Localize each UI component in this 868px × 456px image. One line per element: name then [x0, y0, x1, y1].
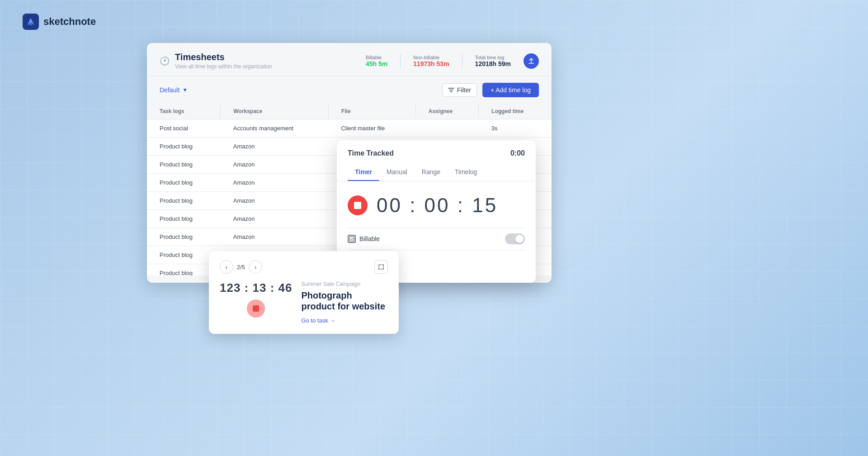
- col-workspace: Workspace: [221, 104, 329, 119]
- panel-title: Timesheets: [175, 52, 272, 62]
- default-dropdown[interactable]: Default ▼: [160, 86, 188, 94]
- nav-controls: ‹ 2/5 ›: [220, 260, 262, 274]
- panel-stats: Billable 45h 5m Non-billable 11973h 53m …: [366, 53, 539, 69]
- col-task-logs: Task logs: [147, 104, 221, 119]
- cell-task: Product blog: [147, 228, 221, 246]
- modal-display-time: 0:00: [510, 149, 525, 157]
- total-label: Total time log: [475, 55, 511, 60]
- default-label: Default: [160, 86, 179, 94]
- billable-toggle[interactable]: [505, 233, 525, 244]
- panel-header: 🕐 Timesheets View all time logs within t…: [147, 43, 552, 76]
- modal-title: Time Tracked: [348, 149, 394, 157]
- stat-total: Total time log 12018h 59m: [475, 55, 511, 67]
- table-header-row: Task logs Workspace File Assignee Logged…: [147, 104, 552, 119]
- stat-non-billable: Non-billable 11973h 53m: [413, 55, 449, 67]
- panel-title-group: Timesheets View all time logs within the…: [175, 52, 272, 70]
- cell-workspace: Amazon: [221, 210, 329, 228]
- task-card-body: 123 : 13 : 46 Summer Sale Campaign Photo…: [220, 281, 388, 324]
- non-billable-label: Non-billable: [413, 55, 449, 60]
- cell-file: Client master file: [328, 119, 415, 138]
- panel-header-left: 🕐 Timesheets View all time logs within t…: [160, 52, 272, 70]
- billable-label: Billable: [366, 55, 387, 60]
- svg-rect-1: [349, 237, 354, 241]
- cell-task: Product blog: [147, 192, 221, 210]
- nav-next-button[interactable]: ›: [249, 260, 262, 274]
- col-logged-time: Logged time: [479, 104, 552, 119]
- stop-timer-button[interactable]: [348, 195, 368, 215]
- task-campaign: Summer Sale Campaign: [301, 281, 388, 287]
- modal-header: Time Tracked 0:00: [337, 140, 536, 157]
- task-card-header: ‹ 2/5 ›: [220, 260, 388, 274]
- non-billable-value: 11973h 53m: [413, 60, 449, 67]
- modal-tabs: Timer Manual Range Timelog: [337, 157, 536, 181]
- add-time-button[interactable]: + Add time log: [482, 83, 539, 97]
- cell-workspace: Amazon: [221, 228, 329, 246]
- nav-count: 2/5: [237, 264, 245, 271]
- timer-digits: 00 : 00 : 15: [377, 194, 498, 217]
- cell-task: Product blog: [147, 174, 221, 192]
- panel-subtitle: View all time logs within the organizati…: [175, 63, 272, 70]
- toolbar-right: Filter + Add time log: [442, 83, 539, 97]
- sketchnote-logo-icon: [23, 14, 39, 30]
- stat-billable: Billable 45h 5m: [366, 55, 387, 67]
- billable-row: Billable: [348, 228, 525, 250]
- cell-workspace: Accounts management: [221, 119, 329, 138]
- upload-button[interactable]: [524, 53, 539, 69]
- tab-timer[interactable]: Timer: [348, 165, 379, 181]
- tab-timelog[interactable]: Timelog: [448, 165, 484, 181]
- clock-icon: 🕐: [160, 56, 170, 66]
- add-time-label: + Add time log: [491, 86, 531, 94]
- task-card: ‹ 2/5 › 123 : 13 : 46 Summer Sale Campai…: [209, 251, 399, 334]
- cell-task: Product blog: [147, 210, 221, 228]
- cell-task: Product blog: [147, 156, 221, 174]
- cell-workspace: Amazon: [221, 174, 329, 192]
- logo-area: sketchnote: [23, 14, 96, 30]
- task-name: Photograph product for website: [301, 290, 388, 312]
- panel-toolbar: Default ▼ Filter + Add time log: [147, 76, 552, 104]
- cell-assignee: [415, 119, 478, 138]
- task-timer-section: 123 : 13 : 46: [220, 281, 292, 318]
- tab-manual[interactable]: Manual: [379, 165, 415, 181]
- cell-workspace: Amazon: [221, 138, 329, 156]
- col-assignee: Assignee: [415, 104, 478, 119]
- billable-icon: [348, 235, 356, 243]
- logo-text: sketchnote: [43, 16, 96, 28]
- total-value: 12018h 59m: [475, 60, 511, 67]
- go-to-task-link[interactable]: Go to task →: [301, 317, 388, 324]
- stat-divider-1: [400, 54, 401, 68]
- timer-display: 00 : 00 : 15: [348, 194, 525, 217]
- cell-workspace: Amazon: [221, 156, 329, 174]
- task-timer-value: 123 : 13 : 46: [220, 281, 292, 295]
- cell-task: Post social: [147, 119, 221, 138]
- cell-task: Product blog: [147, 138, 221, 156]
- cell-workspace: Amazon: [221, 192, 329, 210]
- billable-label-group: Billable: [348, 235, 380, 243]
- filter-label: Filter: [457, 86, 471, 94]
- expand-button[interactable]: [374, 260, 388, 274]
- task-stop-button[interactable]: [247, 299, 265, 318]
- cell-logged: 3s: [479, 119, 552, 138]
- stat-divider-2: [462, 54, 462, 68]
- col-file: File: [328, 104, 415, 119]
- filter-button[interactable]: Filter: [442, 83, 477, 97]
- nav-prev-button[interactable]: ‹: [220, 260, 233, 274]
- task-info: Summer Sale Campaign Photograph product …: [301, 281, 388, 324]
- dropdown-arrow-icon: ▼: [182, 87, 188, 93]
- billable-text: Billable: [359, 235, 380, 242]
- tab-range[interactable]: Range: [415, 165, 448, 181]
- table-row[interactable]: Post social Accounts management Client m…: [147, 119, 552, 138]
- billable-value: 45h 5m: [366, 60, 387, 67]
